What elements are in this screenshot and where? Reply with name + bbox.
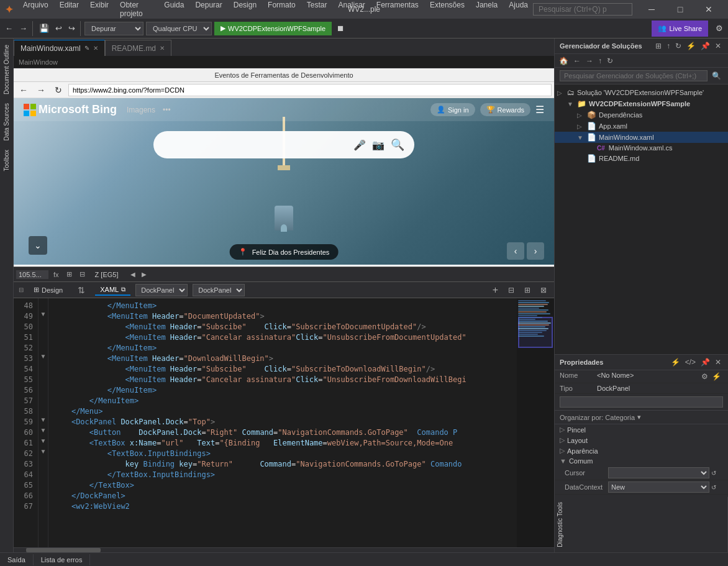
zoom-input[interactable]	[16, 270, 48, 279]
formula-button[interactable]: fx	[51, 270, 61, 279]
datacontext-reset-btn[interactable]: ↺	[709, 483, 718, 491]
props-events-btn[interactable]: ⚡	[669, 357, 682, 367]
props-section-comum[interactable]: ▼ Comum	[555, 456, 728, 466]
cursor-reset-btn[interactable]: ↺	[709, 469, 718, 477]
tab-readme[interactable]: README.md ✕	[105, 40, 171, 56]
props-code-btn[interactable]: </>	[683, 357, 698, 367]
scroll-right-btn[interactable]: ▶	[139, 270, 149, 278]
menu-obter-projeto[interactable]: Obter projeto	[115, 0, 158, 19]
props-section-aparencia[interactable]: ▷ Aparência	[555, 445, 728, 456]
layout-view-button[interactable]: ⊟	[77, 270, 88, 279]
tree-item-deps[interactable]: ▷ 📦 Dependências	[555, 109, 728, 121]
webview-back-btn[interactable]: ←	[16, 83, 31, 98]
sidebar-data-sources[interactable]: Data Sources	[2, 99, 11, 145]
bing-prev-arrow[interactable]: ‹	[507, 242, 524, 260]
undo-button[interactable]: ↩	[53, 21, 65, 36]
forward-button[interactable]: →	[17, 21, 30, 36]
sol-back-btn[interactable]: ←	[571, 56, 583, 66]
bing-nav-images[interactable]: Imagens	[127, 106, 155, 114]
design-tab-button[interactable]: ⊞ Design	[29, 285, 68, 295]
webview-url-input[interactable]	[68, 84, 552, 96]
minimize-button[interactable]: ─	[637, 0, 666, 19]
solution-toolbar-btn3[interactable]: ↻	[673, 41, 683, 51]
fold-btn-61[interactable]: ▼	[39, 436, 48, 446]
menu-janela[interactable]: Janela	[471, 0, 503, 19]
fold-btn-49[interactable]: ▼	[39, 309, 48, 319]
add-element-button[interactable]: +	[493, 285, 498, 296]
scrollbar-thumb[interactable]	[26, 548, 101, 552]
close-button[interactable]: ✕	[694, 0, 723, 19]
props-pin-btn[interactable]: 📌	[699, 357, 712, 367]
tab-saida[interactable]: Saída	[0, 554, 34, 565]
datacontext-select[interactable]: New	[608, 482, 709, 493]
menu-exibir[interactable]: Exibir	[85, 0, 114, 19]
menu-formato[interactable]: Formato	[263, 0, 301, 19]
menu-ajuda[interactable]: Ajuda	[504, 0, 533, 19]
breadcrumb-root[interactable]: MainWindow	[19, 58, 58, 66]
stop-button[interactable]: ⏹	[334, 21, 347, 36]
run-button[interactable]: ▶ WV2CDPExtensionWPFSample	[214, 22, 332, 35]
sol-forward-btn[interactable]: →	[584, 56, 595, 66]
tree-item-appxaml[interactable]: ▷ 📄 App.xaml	[555, 121, 728, 132]
props-search-input[interactable]	[560, 396, 723, 408]
bing-nav-more[interactable]: •••	[163, 106, 171, 114]
back-button[interactable]: ←	[2, 21, 16, 36]
bing-mic-icon[interactable]: 🎤	[353, 139, 366, 151]
sol-up-btn[interactable]: ↑	[596, 56, 604, 66]
webview-refresh-btn[interactable]: ↻	[51, 83, 66, 98]
tree-item-mainwindow-cs[interactable]: C# MainWindow.xaml.cs	[555, 143, 728, 153]
props-section-pincel[interactable]: ▷ Pincel	[555, 424, 728, 435]
vertical-split-button[interactable]: ⊠	[538, 285, 549, 295]
xaml-tab-button[interactable]: XAML ⧉	[95, 285, 130, 296]
fold-btn-62[interactable]: ▼	[39, 446, 48, 457]
tab-mainwindow-close[interactable]: ✕	[93, 45, 98, 52]
props-name-edit-btn[interactable]: ⚙	[699, 372, 710, 381]
bing-scroll-down-btn[interactable]: ⌄	[29, 236, 47, 255]
arrows-toggle[interactable]: ⇅	[73, 284, 90, 296]
settings-button[interactable]: ⚙	[713, 21, 726, 36]
bing-hamburger-icon[interactable]: ☰	[535, 104, 544, 116]
tree-item-readme[interactable]: 📄 README.md	[555, 153, 728, 164]
title-search-input[interactable]	[533, 3, 632, 16]
bing-search-input[interactable]	[163, 140, 347, 150]
fold-btn-60[interactable]: ▼	[39, 425, 48, 436]
solution-pin-btn[interactable]: 📌	[699, 41, 712, 51]
split-view-button[interactable]: ⊟	[506, 285, 517, 295]
fold-btn-59[interactable]: ▼	[39, 414, 48, 425]
solution-search-input[interactable]	[560, 70, 708, 81]
menu-depurar[interactable]: Depurar	[190, 0, 227, 19]
horizontal-scrollbar[interactable]	[14, 547, 554, 552]
solution-toolbar-btn2[interactable]: ↑	[665, 41, 672, 51]
sidebar-document-outline[interactable]: Document Outline	[2, 41, 11, 98]
tree-item-solution[interactable]: ▷ 🗂 Solução 'WV2CDPExtensionWPFSample'	[555, 87, 728, 98]
bing-search-icon[interactable]: 🔍	[391, 138, 404, 152]
menu-testar[interactable]: Testar	[302, 0, 332, 19]
scroll-left-btn[interactable]: ◀	[128, 270, 138, 278]
menu-editar[interactable]: Editar	[55, 0, 84, 19]
menu-extensoes[interactable]: Extensões	[425, 0, 470, 19]
horizontal-split-button[interactable]: ⊞	[522, 285, 533, 295]
bing-signin-button[interactable]: 👤 Sign in	[430, 103, 475, 116]
sol-refresh-btn[interactable]: ↻	[605, 56, 615, 66]
platform-select[interactable]: Qualquer CPU	[146, 22, 212, 35]
menu-guida[interactable]: Guida	[159, 0, 189, 19]
code-text[interactable]: </MenuItem> <MenuItem Header="DocumentUp…	[48, 298, 517, 547]
grid-view-button[interactable]: ⊞	[64, 270, 75, 279]
right-element-selector[interactable]: DockPanel	[193, 284, 245, 296]
bing-camera-icon[interactable]: 📷	[372, 139, 384, 151]
solution-search-btn[interactable]: 🔍	[710, 71, 723, 81]
tree-item-mainwindow[interactable]: ▼ 📄 MainWindow.xaml	[555, 132, 728, 143]
tree-item-project[interactable]: ▼ 📁 WV2CDPExtensionWPFSample	[555, 98, 728, 109]
sol-home-btn[interactable]: 🏠	[557, 56, 570, 66]
diagnostic-tools-label[interactable]: Diagnostic Tools	[555, 497, 728, 552]
fold-btn-53[interactable]: ▼	[39, 351, 48, 362]
props-name-bolt-btn[interactable]: ⚡	[710, 372, 723, 381]
tab-mainwindow-xaml[interactable]: MainWindow.xaml ✎ ✕	[14, 40, 105, 56]
webview-forward-btn[interactable]: →	[34, 83, 48, 98]
tab-readme-close[interactable]: ✕	[160, 45, 165, 52]
menu-arquivo[interactable]: Arquivo	[18, 0, 53, 19]
props-section-layout[interactable]: ▷ Layout	[555, 435, 728, 445]
menu-design[interactable]: Design	[229, 0, 262, 19]
props-close-btn[interactable]: ✕	[713, 357, 723, 367]
solution-close-btn[interactable]: ✕	[713, 41, 723, 51]
